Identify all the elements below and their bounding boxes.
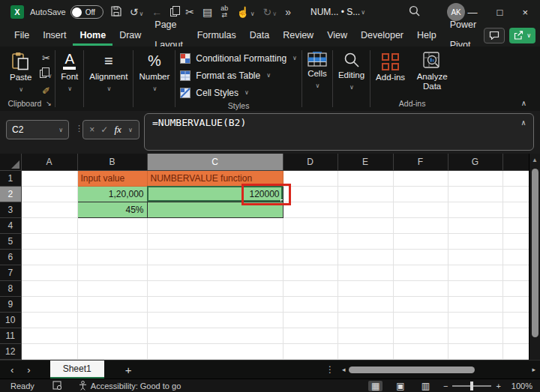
cell-partial[interactable] [502,249,529,265]
horizontal-scrollbar[interactable]: ◂ ▸ [342,366,536,373]
row-header-12[interactable]: 12 [0,343,21,359]
chevron-down-icon[interactable]: ∨ [152,84,157,94]
cell-C12[interactable] [147,343,283,359]
chevron-down-icon[interactable]: ∨ [292,55,297,61]
chevron-down-icon[interactable]: ∨ [19,85,23,94]
cell-partial[interactable] [502,296,529,312]
cell-partial[interactable] [502,343,529,359]
cell-partial[interactable] [502,233,529,249]
format-painter-icon[interactable]: ✐ [42,85,50,97]
cell-F7[interactable] [393,265,448,280]
cell-G10[interactable] [448,312,502,328]
cell-E9[interactable] [338,296,393,312]
cell-B10[interactable] [77,312,147,328]
insert-function-button[interactable]: fx [114,124,121,136]
row-header-5[interactable]: 5 [0,233,21,249]
dialog-launcher-icon[interactable]: ↘ [46,100,52,107]
cell-C5[interactable] [147,233,283,249]
cell-B2[interactable]: 1,20,000 [77,186,147,202]
vertical-scroll-thumb[interactable] [532,169,538,337]
addins-button[interactable]: Add-ins [370,46,410,82]
chevron-down-icon[interactable]: ∨ [350,82,354,92]
chevron-down-icon[interactable]: ∨ [58,127,63,133]
prev-sheet-button[interactable]: ‹ [10,364,14,376]
col-header-A[interactable]: A [21,154,77,170]
cell-B12[interactable] [77,343,147,359]
tab-draw[interactable]: Draw [112,25,148,46]
horizontal-scroll-thumb[interactable] [349,367,475,373]
tab-insert[interactable]: Insert [36,25,73,46]
row-header-1[interactable]: 1 [0,170,21,186]
cell-G2[interactable] [448,186,502,202]
row-header-4[interactable]: 4 [0,217,21,233]
cell-A9[interactable] [21,296,77,312]
cell-A2[interactable] [21,186,77,202]
cell-B5[interactable] [77,233,147,249]
cell-G1[interactable] [448,170,502,186]
cell-G6[interactable] [448,249,502,265]
cell-E5[interactable] [338,233,393,249]
cell-F6[interactable] [393,249,448,265]
tab-help[interactable]: Help [410,25,443,46]
cell-F2[interactable] [393,186,448,202]
cell-E10[interactable] [338,312,393,328]
cell-F5[interactable] [393,233,448,249]
cell-A1[interactable] [21,170,77,186]
normal-view-button[interactable]: ▦ [368,381,382,391]
zoom-in-button[interactable]: + [496,382,500,391]
number-button[interactable]: % Number ∨ [134,46,175,94]
cell-E2[interactable] [338,186,393,202]
cell-B11[interactable] [77,328,147,343]
name-box[interactable]: C2 ∨ [6,120,69,139]
editing-button[interactable]: Editing ∨ [333,46,370,92]
row-header-6[interactable]: 6 [0,249,21,265]
cell-F8[interactable] [393,280,448,296]
cell-E4[interactable] [338,217,393,233]
cell-D6[interactable] [283,249,338,265]
col-header-G[interactable]: G [448,154,502,170]
accessibility-status[interactable]: Accessibility: Good to go [79,381,181,391]
cell-D8[interactable] [283,280,338,296]
cell-partial[interactable] [502,265,529,280]
row-header-3[interactable]: 3 [0,202,21,217]
cell-A6[interactable] [21,249,77,265]
zoom-track[interactable] [452,385,491,387]
add-sheet-button[interactable]: + [125,364,132,376]
col-header-F[interactable]: F [393,154,448,170]
cell-B3[interactable]: 45% [77,202,147,217]
cell-C8[interactable] [147,280,283,296]
col-header-B[interactable]: B [77,154,147,170]
macro-record-icon[interactable] [52,381,62,391]
zoom-level[interactable]: 100% [512,382,532,391]
tab-data[interactable]: Data [243,25,276,46]
tab-view[interactable]: View [320,25,354,46]
cell-partial[interactable] [502,170,529,186]
enter-button[interactable]: ✓ [100,124,108,135]
cell-G9[interactable] [448,296,502,312]
chevron-down-icon[interactable]: ∨ [250,10,255,17]
tab-file[interactable]: File [8,25,36,46]
cell-F9[interactable] [393,296,448,312]
cell-A7[interactable] [21,265,77,280]
cancel-button[interactable]: × [89,124,94,135]
sheet-options-icon[interactable]: ⋮ [326,364,334,375]
cell-C7[interactable] [147,265,283,280]
cell-E11[interactable] [338,328,393,343]
cell-G7[interactable] [448,265,502,280]
document-title[interactable]: NUM... • S... [310,7,360,17]
cell-F3[interactable] [393,202,448,217]
cell-B8[interactable] [77,280,147,296]
cell-E3[interactable] [338,202,393,217]
cell-F4[interactable] [393,217,448,233]
tab-developer[interactable]: Developer [354,25,410,46]
cell-G12[interactable] [448,343,502,359]
cell-E7[interactable] [338,265,393,280]
tab-review[interactable]: Review [276,25,320,46]
row-header-9[interactable]: 9 [0,296,21,312]
cell-D11[interactable] [283,328,338,343]
col-header-D[interactable]: D [283,154,338,170]
excel-logo-icon[interactable]: X [10,5,24,19]
formula-bar-input[interactable]: =NUMBERVALUE(B2) ∧ [144,113,534,151]
paste-button[interactable]: Paste ∨ [4,46,37,94]
cell-D4[interactable] [283,217,338,233]
